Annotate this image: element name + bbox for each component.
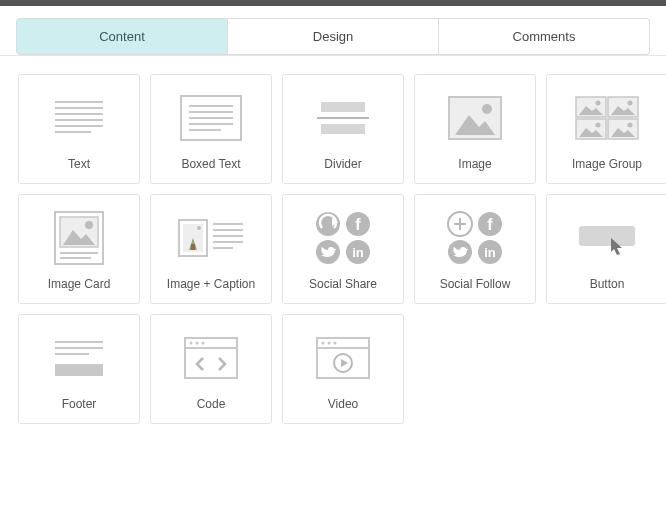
footer-icon xyxy=(27,325,131,391)
block-label: Divider xyxy=(324,157,361,171)
svg-text:f: f xyxy=(487,216,493,233)
tab-content[interactable]: Content xyxy=(16,18,228,55)
block-text[interactable]: Text xyxy=(18,74,140,184)
image-group-icon xyxy=(555,85,659,151)
image-caption-icon xyxy=(159,205,263,271)
image-card-icon xyxy=(27,205,131,271)
svg-rect-65 xyxy=(55,364,103,376)
video-icon xyxy=(291,325,395,391)
svg-point-73 xyxy=(322,342,325,345)
svg-point-25 xyxy=(596,123,601,128)
block-label: Social Follow xyxy=(440,277,511,291)
social-follow-icon: f in xyxy=(423,205,527,271)
block-label: Social Share xyxy=(309,277,377,291)
block-image-card[interactable]: Image Card xyxy=(18,194,140,304)
button-icon xyxy=(555,205,659,271)
svg-point-68 xyxy=(190,342,193,345)
block-label: Video xyxy=(328,397,358,411)
tab-bar: Content Design Comments xyxy=(0,6,666,56)
block-social-share[interactable]: f in Social Share xyxy=(282,194,404,304)
block-label: Image Group xyxy=(572,157,642,171)
svg-rect-39 xyxy=(191,244,195,250)
svg-rect-12 xyxy=(321,102,365,112)
svg-rect-61 xyxy=(579,226,635,246)
block-video[interactable]: Video xyxy=(282,314,404,424)
svg-point-16 xyxy=(482,104,492,114)
svg-text:in: in xyxy=(484,245,496,260)
svg-text:in: in xyxy=(352,245,364,260)
svg-point-75 xyxy=(334,342,337,345)
block-social-follow[interactable]: f in Social Follow xyxy=(414,194,536,304)
svg-point-69 xyxy=(196,342,199,345)
svg-point-74 xyxy=(328,342,331,345)
block-boxed-text[interactable]: Boxed Text xyxy=(150,74,272,184)
text-icon xyxy=(27,85,131,151)
svg-point-22 xyxy=(628,101,633,106)
block-image-group[interactable]: Image Group xyxy=(546,74,666,184)
block-label: Text xyxy=(68,157,90,171)
svg-point-40 xyxy=(197,226,201,230)
block-code[interactable]: Code xyxy=(150,314,272,424)
svg-marker-77 xyxy=(341,359,348,367)
image-icon xyxy=(423,85,527,151)
block-label: Image Card xyxy=(48,277,111,291)
svg-point-70 xyxy=(202,342,205,345)
block-label: Image + Caption xyxy=(167,277,255,291)
svg-point-28 xyxy=(628,123,633,128)
block-label: Boxed Text xyxy=(181,157,240,171)
block-label: Code xyxy=(197,397,226,411)
svg-rect-14 xyxy=(321,124,365,134)
boxed-text-icon xyxy=(159,85,263,151)
tab-comments[interactable]: Comments xyxy=(439,18,650,55)
block-footer[interactable]: Footer xyxy=(18,314,140,424)
block-button[interactable]: Button xyxy=(546,194,666,304)
svg-point-32 xyxy=(85,221,93,229)
block-image[interactable]: Image xyxy=(414,74,536,184)
block-label: Footer xyxy=(62,397,97,411)
code-icon xyxy=(159,325,263,391)
tab-design[interactable]: Design xyxy=(228,18,439,55)
block-label: Button xyxy=(590,277,625,291)
svg-text:f: f xyxy=(355,216,361,233)
blocks-grid: Text Boxed Text xyxy=(0,56,666,442)
svg-rect-66 xyxy=(185,338,237,378)
block-image-caption[interactable]: Image + Caption xyxy=(150,194,272,304)
block-label: Image xyxy=(458,157,491,171)
svg-point-19 xyxy=(596,101,601,106)
divider-icon xyxy=(291,85,395,151)
block-divider[interactable]: Divider xyxy=(282,74,404,184)
social-share-icon: f in xyxy=(291,205,395,271)
